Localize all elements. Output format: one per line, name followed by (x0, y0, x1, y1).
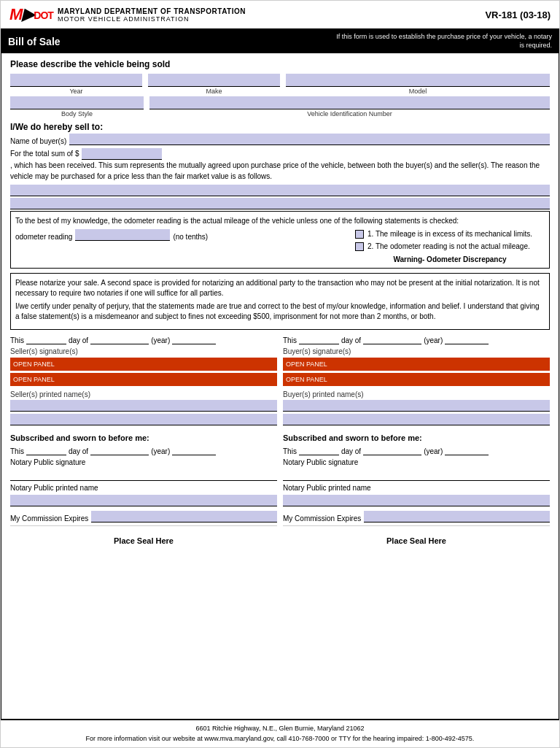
left-commission-label: My Commission Expires (10, 514, 88, 523)
left-sig-red-1[interactable]: OPEN PANEL (10, 358, 277, 371)
page: M▶DOT MARYLAND DEPARTMENT OF TRANSPORTAT… (0, 0, 560, 748)
right-year-input[interactable] (445, 334, 489, 344)
odo-suffix: (no tenths) (173, 233, 208, 241)
odo-reading-input[interactable] (75, 229, 170, 241)
left-sig-red-2[interactable]: OPEN PANEL (10, 373, 277, 386)
left-year-label: (year) (151, 336, 170, 344)
right-sig-red-2[interactable]: OPEN PANEL (283, 373, 550, 386)
bill-bar: Bill of Sale If this form is used to est… (1, 30, 559, 53)
checkbox-row-2: 2. The odometer reading is not the actua… (355, 242, 545, 251)
left-notary-year-input[interactable] (172, 445, 216, 455)
right-printed-input-2[interactable] (283, 414, 550, 425)
odometer-text: To the best of my knowledge, the odomete… (15, 216, 545, 226)
body-style-field: Body Style (10, 96, 144, 117)
year-input[interactable] (10, 74, 142, 87)
vin-input[interactable] (149, 96, 550, 109)
left-month-input[interactable] (90, 334, 149, 344)
left-commission-row: My Commission Expires (10, 511, 277, 523)
left-seal-area: Place Seal Here (10, 525, 277, 550)
left-printed-input-1[interactable] (10, 400, 277, 412)
bill-notice: If this form is used to establish the pu… (333, 33, 552, 50)
make-label: Make (148, 88, 280, 95)
right-day-input[interactable] (299, 334, 339, 344)
total-prefix: For the total sum of $ (10, 148, 79, 159)
model-input[interactable] (286, 74, 550, 87)
right-printed-input-1[interactable] (283, 400, 550, 412)
checkbox-row-1: 1. The mileage is in excess of its mecha… (355, 229, 545, 239)
odo-prefix: odometer reading (15, 233, 72, 241)
sig-columns: This day of (year) Seller(s) signature(s… (10, 334, 550, 550)
right-notary-year-input[interactable] (445, 445, 489, 455)
left-commission-input[interactable] (91, 511, 277, 523)
checkbox-2-label: 2. The odometer reading is not the actua… (368, 242, 530, 251)
left-printed-input-2[interactable] (10, 414, 277, 425)
right-commission-input[interactable] (364, 511, 550, 523)
right-notary-day-of: day of (341, 447, 361, 455)
form-number: VR-181 (03-18) (485, 9, 551, 20)
left-notary-day-of: day of (69, 447, 88, 455)
left-notary-sig-label: Notary Public signature (10, 458, 277, 466)
left-notary-month-input[interactable] (90, 445, 149, 455)
footer: 6601 Ritchie Highway, N.E., Glen Burnie,… (1, 720, 559, 747)
right-notary-printed-label: Notary Public printed name (283, 484, 550, 492)
left-notary-day-row: This day of (year) (10, 445, 277, 455)
vehicle-row1: Year Make Model (10, 74, 550, 95)
right-sig-btn-1: OPEN PANEL (286, 360, 327, 368)
dept-line2: MOTOR VEHICLE ADMINISTRATION (58, 15, 246, 23)
left-day-input[interactable] (26, 334, 66, 344)
right-notary-sig-line (283, 468, 550, 481)
odo-reading-row: odometer reading (no tenths) (15, 229, 348, 241)
left-sig-btn-2: OPEN PANEL (13, 376, 55, 383)
vehicle-row2: Body Style Vehicle Identification Number (10, 96, 550, 117)
reason-inputs (10, 185, 550, 209)
notarize-para1: Please notarize your sale. A second spac… (15, 278, 545, 298)
right-this-label: This (283, 336, 297, 344)
reason-input-1[interactable] (10, 185, 550, 196)
right-seal-area: Place Seal Here (283, 525, 550, 550)
left-notary-printed-input[interactable] (10, 495, 277, 506)
vehicle-section-title: Please describe the vehicle being sold (10, 59, 550, 69)
left-notary-year-label: (year) (151, 447, 170, 455)
name-label: Name of buyer(s) (10, 137, 66, 145)
right-notary-day-row: This day of (year) (283, 445, 550, 455)
left-year-input[interactable] (172, 334, 216, 344)
right-year-label: (year) (424, 336, 443, 344)
year-field: Year (10, 74, 142, 95)
left-printed-label: Seller(s) printed name(s) (10, 390, 277, 398)
dept-line1: MARYLAND DEPARTMENT OF TRANSPORTATION (58, 7, 246, 15)
left-notary-sig-line (10, 468, 277, 481)
right-sig-col: This day of (year) Buyer(s) signature(s)… (283, 334, 550, 550)
right-notary-printed-input[interactable] (283, 495, 550, 506)
reason-input-2[interactable] (10, 198, 550, 209)
left-sig-type-label: Seller(s) signature(s) (10, 347, 277, 355)
body-style-input[interactable] (10, 96, 144, 109)
mdot-logo: M▶DOT (9, 5, 53, 24)
left-this-day-row: This day of (year) (10, 334, 277, 344)
total-sum-input[interactable] (82, 148, 162, 160)
left-notary-printed-label: Notary Public printed name (10, 484, 277, 492)
buyer-name-input[interactable] (69, 134, 550, 145)
right-notary-sig-label: Notary Public signature (283, 458, 550, 466)
left-notary-day-input[interactable] (26, 445, 66, 455)
left-sig-col: This day of (year) Seller(s) signature(s… (10, 334, 277, 550)
right-printed-label: Buyer(s) printed name(s) (283, 390, 550, 398)
right-sig-red-1[interactable]: OPEN PANEL (283, 358, 550, 371)
right-notary-day-input[interactable] (299, 445, 339, 455)
right-notary-month-input[interactable] (363, 445, 421, 455)
right-month-input[interactable] (363, 334, 421, 344)
left-day-of-label: day of (69, 336, 88, 344)
right-commission-row: My Commission Expires (283, 511, 550, 523)
checkbox-1[interactable] (355, 230, 364, 239)
make-input[interactable] (148, 74, 280, 87)
total-row: For the total sum of $ , which has been … (10, 148, 550, 182)
right-notary-this: This (283, 447, 297, 455)
checkbox-2[interactable] (355, 242, 364, 251)
vin-label: Vehicle Identification Number (149, 110, 550, 117)
left-notary-this: This (10, 447, 24, 455)
notarize-para2: I/we certify under penalty of perjury, t… (15, 301, 545, 322)
make-field: Make (148, 74, 280, 95)
odometer-inner: odometer reading (no tenths) 1. The mile… (15, 229, 545, 263)
total-suffix: , which has been received. This sum repr… (10, 160, 550, 182)
right-notary-year-label: (year) (424, 447, 443, 455)
right-subscribed-label: Subscribed and sworn to before me: (283, 433, 550, 442)
